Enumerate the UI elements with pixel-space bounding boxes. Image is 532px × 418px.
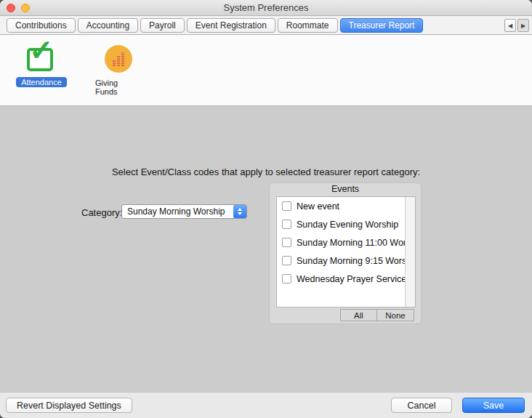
- attendance-check-icon: ✓: [25, 42, 58, 74]
- cancel-button[interactable]: Cancel: [391, 398, 452, 413]
- toolbar-item-giving-funds[interactable]: Giving Funds: [90, 42, 147, 97]
- toolbar-item-attendance[interactable]: ✓ Attendance: [13, 42, 70, 87]
- event-checkbox[interactable]: [282, 220, 291, 229]
- events-panel-title: Events: [270, 184, 421, 194]
- close-button[interactable]: [7, 4, 15, 12]
- event-checkbox[interactable]: [282, 256, 291, 265]
- window-controls: [7, 4, 30, 12]
- event-checkbox[interactable]: [282, 274, 291, 284]
- event-label: Sunday Morning 9:15 Worship: [297, 256, 415, 266]
- tab-roommate[interactable]: Roommate: [278, 18, 338, 33]
- title-bar: System Preferences: [0, 0, 532, 16]
- tab-scroll-right-icon[interactable]: ▶: [517, 19, 529, 32]
- event-list-item[interactable]: New event: [277, 197, 415, 215]
- tab-contributions[interactable]: Contributions: [7, 18, 76, 33]
- tab-accounting[interactable]: Accounting: [78, 18, 138, 33]
- revert-settings-button[interactable]: Revert Displayed Settings: [6, 398, 132, 413]
- event-list-item[interactable]: Sunday Morning 11:00 Worship: [277, 233, 415, 252]
- tab-bar: Contributions Accounting Payroll Event R…: [0, 16, 532, 35]
- tab-payroll[interactable]: Payroll: [140, 18, 185, 33]
- event-list-item[interactable]: Sunday Evening Worship: [277, 215, 415, 233]
- category-dropdown-value: Sunday Morning Worship: [122, 206, 233, 217]
- category-dropdown[interactable]: Sunday Morning Worship: [121, 204, 247, 219]
- tab-scroll-left-icon[interactable]: ◀: [504, 19, 516, 32]
- footer-action-buttons: Cancel Save: [391, 398, 525, 413]
- treasurer-report-pane: Select Event/Class codes that apply to s…: [0, 106, 532, 392]
- select-all-none-control: All None: [340, 309, 414, 321]
- event-list-item[interactable]: Wednesday Prayer Service: [277, 270, 415, 288]
- preference-icon-toolbar: ✓ Attendance Giving Funds: [0, 35, 532, 106]
- giving-funds-chart-icon: [102, 43, 134, 75]
- toolbar-item-giving-funds-label: Giving Funds: [90, 78, 147, 97]
- event-list-item[interactable]: Sunday Morning 9:15 Worship: [277, 252, 415, 270]
- events-panel: Events New event Sunday Evening Worship …: [269, 182, 422, 324]
- minimize-button[interactable]: [21, 4, 30, 12]
- window-title: System Preferences: [223, 2, 308, 13]
- tab-treasurer-report[interactable]: Treasurer Report: [340, 18, 424, 33]
- select-none-button[interactable]: None: [377, 309, 414, 321]
- save-button[interactable]: Save: [462, 398, 525, 413]
- category-label: Category:: [81, 207, 122, 218]
- footer-bar: Revert Displayed Settings Cancel Save: [0, 392, 532, 418]
- event-checkbox[interactable]: [282, 238, 291, 247]
- instruction-text: Select Event/Class codes that apply to s…: [0, 166, 532, 177]
- event-checkbox[interactable]: [282, 201, 291, 211]
- tab-event-registration[interactable]: Event Registration: [187, 18, 275, 33]
- system-preferences-window: System Preferences Contributions Account…: [0, 0, 532, 418]
- select-all-button[interactable]: All: [340, 309, 377, 321]
- events-scrollbar[interactable]: [405, 197, 415, 307]
- popup-chevrons-icon: [233, 205, 246, 218]
- event-label: Wednesday Prayer Service: [297, 274, 406, 284]
- event-label: Sunday Morning 11:00 Worship: [297, 238, 415, 248]
- tab-scroll-controls: ◀ ▶: [504, 19, 529, 32]
- event-label: New event: [297, 201, 339, 212]
- events-listbox: New event Sunday Evening Worship Sunday …: [276, 196, 416, 308]
- toolbar-item-attendance-label: Attendance: [16, 77, 67, 87]
- event-label: Sunday Evening Worship: [297, 220, 398, 230]
